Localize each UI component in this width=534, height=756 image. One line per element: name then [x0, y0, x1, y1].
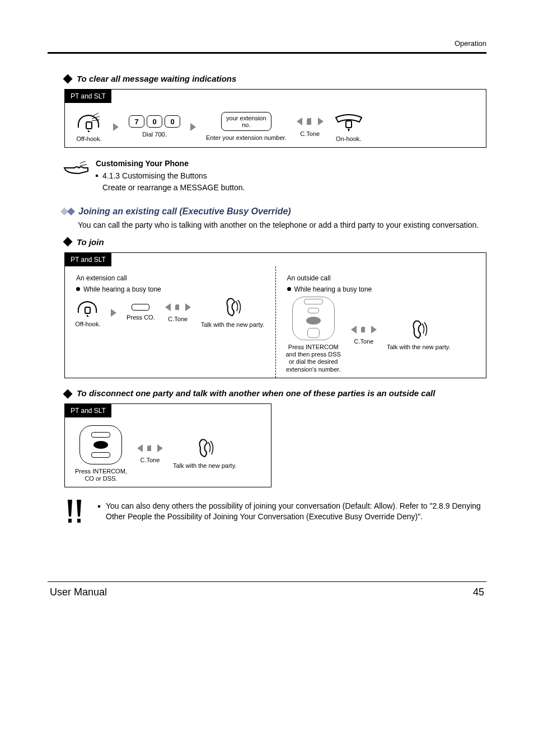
left-co-caption: Press CO. — [127, 314, 155, 321]
handset-talk-icon — [196, 438, 214, 459]
extension-caption: Enter your extension number. — [206, 134, 287, 142]
dial-key-7: 7 — [129, 115, 144, 128]
header-category: Operation — [48, 39, 486, 48]
onhook-caption: On-hook. — [336, 135, 361, 143]
offhook-phone-icon — [75, 111, 103, 132]
right-top-text: An outside call — [287, 274, 476, 282]
panel-disconnect: PT and SLT Press INTERCOM, CO or DSS. — [64, 403, 271, 487]
double-exclamation-icon — [64, 497, 87, 525]
footer-left: User Manual — [50, 586, 107, 598]
bullet-dot — [98, 505, 100, 508]
diamond-icon — [63, 389, 73, 398]
svg-rect-3 — [68, 519, 72, 523]
customise-line2: Create or rearrange a MESSAGE button. — [102, 182, 245, 193]
onhook-phone-icon — [334, 111, 364, 132]
double-diamond-icon — [64, 209, 74, 214]
subsection-description: You can call the party who is talking wi… — [78, 220, 486, 231]
svg-rect-4 — [77, 519, 81, 523]
led-dot-icon — [287, 287, 291, 291]
svg-rect-2 — [85, 307, 90, 313]
header-rule — [48, 52, 486, 54]
dial-key-0a: 0 — [147, 115, 162, 128]
arrow-icon — [113, 123, 119, 131]
section-title-to-join: To join — [77, 237, 104, 247]
customise-heading: Customising Your Phone — [96, 158, 245, 169]
right-talk-caption: Talk with the new party. — [387, 344, 451, 351]
arrow-icon — [190, 123, 196, 131]
confirmation-tone-icon — [351, 325, 377, 335]
offhook-phone-icon — [75, 297, 101, 317]
extension-box: your extension no. — [221, 112, 271, 131]
footer-page-number: 45 — [473, 586, 484, 598]
right-intercom-caption: Press INTERCOM and then press DSS or dia… — [286, 344, 341, 373]
diamond-icon — [63, 74, 73, 83]
panel-tab: PT and SLT — [65, 404, 111, 417]
svg-rect-1 — [346, 121, 352, 128]
dial-caption: Dial 700. — [142, 131, 166, 138]
dial-keys-icon: 7 0 0 — [129, 115, 180, 128]
left-offhook-caption: Off-hook. — [75, 321, 100, 328]
phone-button-group-icon — [292, 297, 335, 340]
arrow-icon — [111, 309, 116, 317]
handset-talk-icon — [410, 319, 428, 340]
right-ctone-caption: C.Tone — [354, 338, 374, 345]
left-top-text: An extension call — [76, 274, 265, 282]
bullet-dot — [96, 175, 98, 177]
subsection-title-joining: Joining an existing call (Executive Busy… — [78, 206, 291, 217]
ctone-caption: C.Tone — [300, 130, 320, 138]
section-title-clear-msg: To clear all message waiting indications — [77, 74, 236, 83]
hand-point-icon — [63, 158, 89, 175]
left-led-text: While hearing a busy tone — [83, 285, 161, 293]
panel3-ctone-caption: C.Tone — [140, 457, 160, 464]
panel-to-join: PT and SLT An extension call While heari… — [64, 252, 486, 378]
offhook-caption: Off-hook. — [76, 135, 101, 143]
handset-talk-icon — [223, 297, 241, 318]
panel-tab: PT and SLT — [65, 253, 111, 266]
right-led-text: While hearing a busy tone — [294, 285, 372, 293]
phone-button-group-icon — [79, 425, 122, 464]
confirmation-tone-icon — [165, 302, 191, 312]
co-button-icon — [132, 304, 149, 311]
led-dot-icon — [76, 287, 80, 291]
footer-rule — [48, 581, 486, 582]
confirmation-tone-icon — [137, 443, 163, 453]
exclamation-note-text: You can also deny others the possibility… — [106, 501, 486, 522]
panel-clear-msg: PT and SLT Off-hook. 7 — [64, 89, 486, 148]
panel3-talk-caption: Talk with the new party. — [173, 462, 237, 469]
svg-rect-0 — [86, 122, 92, 129]
left-ctone-caption: C.Tone — [168, 316, 188, 323]
left-talk-caption: Talk with the new party. — [201, 321, 265, 328]
panel3-caption: Press INTERCOM, CO or DSS. — [75, 468, 127, 482]
panel-tab: PT and SLT — [65, 90, 111, 103]
customise-line1: 4.1.3 Customising the Buttons — [102, 170, 245, 181]
dial-key-0b: 0 — [165, 115, 180, 128]
confirmation-tone-icon — [297, 116, 324, 127]
section-title-disconnect: To disconnect one party and talk with an… — [77, 388, 435, 398]
diamond-icon — [63, 237, 73, 247]
